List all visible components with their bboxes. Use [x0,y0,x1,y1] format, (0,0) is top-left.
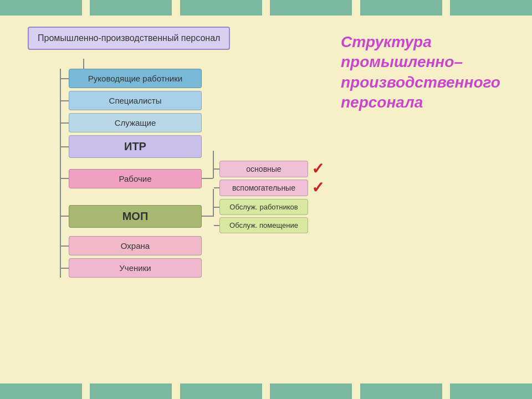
h-connector-sluzh [61,122,69,124]
items-list: Руководящие работники Специалисты Служащ… [61,69,324,278]
branch-row-vspom: вспомогательные ✓ [214,180,324,196]
mop-v-line [213,189,214,217]
rabochie-branch-container: основные ✓ вспомогательные [213,161,324,196]
branch-h-line-rabochie [202,178,213,179]
diagram-area: Промышленно-производственный персонал Ру… [17,27,324,278]
branch-h-line-mop [202,216,213,217]
branch-row-osnovnye: основные ✓ [214,161,324,177]
h-connector-ohrana [61,245,69,247]
item-row-sluzh: Служащие [61,113,324,132]
branch-h3 [214,207,219,208]
item-row-ohrana: Охрана [61,236,324,255]
h-connector-ucheniki [61,268,69,269]
branch-row-obsluzh1: Обслуж. работников [214,199,308,215]
bracket-line [50,69,61,278]
top-connector [83,59,84,69]
branch-h4 [214,225,219,226]
item-box-ohrana: Охрана [69,236,202,255]
h-connector-spec [61,100,69,101]
mop-branch-container: Обслуж. работников Обслуж. помещение [213,199,308,233]
h-connector-mop [61,216,69,217]
top-box-label: Промышленно-производственный персонал [28,27,230,50]
item-box-spec: Специалисты [69,91,202,110]
main-title: Структура промышленно– производственного… [341,32,515,113]
top-level-box: Промышленно-производственный персонал [22,27,324,55]
h-connector-itr [61,146,69,147]
top-decorative-bar [0,0,532,16]
main-content: Промышленно-производственный персонал Ру… [0,16,532,383]
rabochie-v-line [213,151,214,178]
branch-box-osnovnye: основные [219,161,308,177]
item-box-itr: ИТР [69,135,202,158]
h-connector-rukov [61,78,69,79]
branch-row-obsluzh2: Обслуж. помещение [214,217,308,233]
h-connector-rabochie [61,178,69,179]
branch-h2 [214,187,219,188]
branch-box-vspom: вспомогательные [219,180,308,196]
item-row-ucheniki: Ученики [61,258,324,278]
rabochie-branches: основные ✓ вспомогательные [214,161,324,196]
item-row-rabochie: Рабочие основные [61,161,324,196]
item-box-rabochie: Рабочие [69,169,202,188]
item-box-ucheniki: Ученики [69,258,202,278]
item-box-rukov: Руководящие работники [69,69,202,88]
title-area: Структура промышленно– производственного… [324,27,515,113]
item-box-mop: МОП [69,205,202,228]
branch-box-obsluzh1: Обслуж. работников [219,199,308,215]
branch-box-obsluzh2: Обслуж. помещение [219,217,308,233]
bracket-area: Руководящие работники Специалисты Служащ… [50,69,324,278]
item-row-rukov: Руководящие работники [61,69,324,88]
item-row-mop: МОП Обслуж. работников [61,199,324,233]
item-box-sluzh: Служащие [69,113,202,132]
bottom-decorative-bar [0,383,532,399]
item-row-itr: ИТР [61,135,324,158]
checkmark-2: ✓ [311,180,324,196]
mop-branches: Обслуж. работников Обслуж. помещение [214,199,308,233]
item-row-spec: Специалисты [61,91,324,110]
checkmark-1: ✓ [311,161,324,177]
branch-h1 [214,168,219,170]
